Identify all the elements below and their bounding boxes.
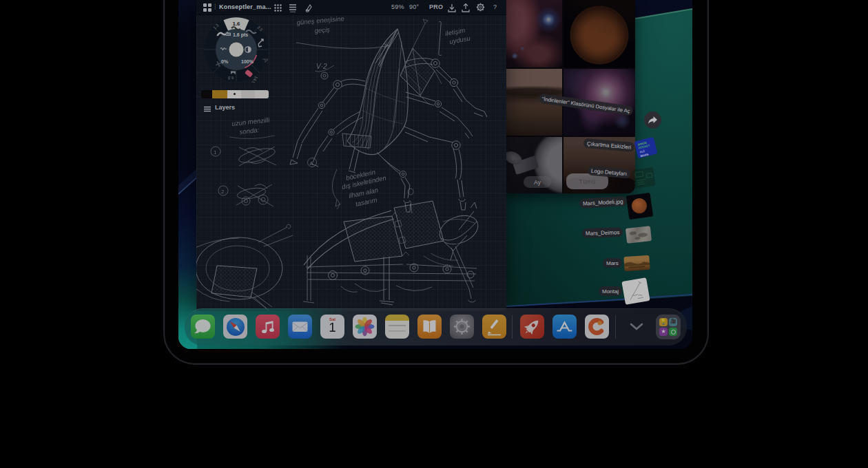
svg-text:100%: 100% [241, 59, 254, 64]
svg-text:1.6 pts: 1.6 pts [233, 32, 248, 38]
svg-text:güneş enerjisine: güneş enerjisine [296, 14, 344, 26]
svg-text:2: 2 [221, 189, 225, 195]
svg-text:6.8: 6.8 [227, 76, 234, 80]
svg-text:V·2: V·2 [316, 63, 327, 70]
svg-text:1: 1 [214, 149, 217, 156]
svg-text:1.6: 1.6 [232, 21, 240, 27]
svg-text:0%: 0% [221, 59, 229, 64]
svg-text:geçiş: geçiş [314, 25, 330, 34]
svg-text:uzun menzilli: uzun menzilli [231, 116, 271, 127]
svg-text:sonda:: sonda: [239, 126, 260, 136]
